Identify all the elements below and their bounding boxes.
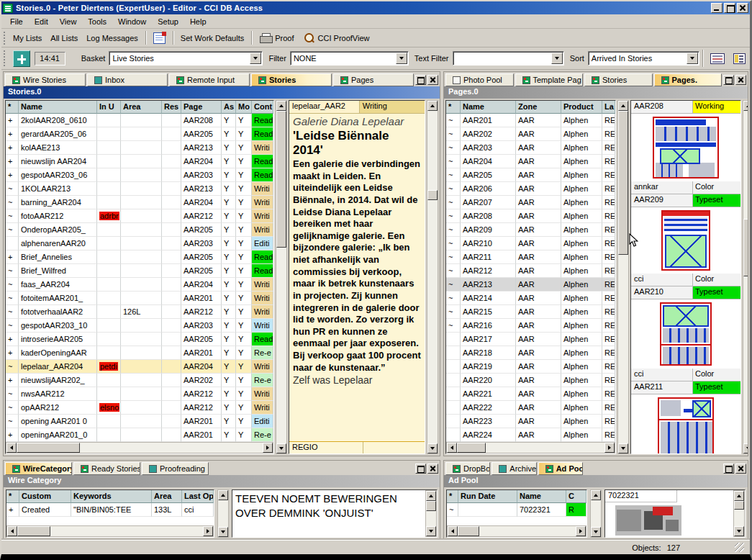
story-row[interactable]: ~ lepelaar_AAR204 petdi AAR204 Y Y Writi <box>6 360 273 374</box>
ad-preview-vscrollbar[interactable] <box>733 490 745 537</box>
scroll-down-icon[interactable] <box>426 526 436 536</box>
page-row[interactable]: AAR219 AAR Alphen RE <box>446 360 615 374</box>
page-row[interactable]: AAR220 AAR Alphen RE <box>446 374 615 387</box>
scroll-left-icon[interactable] <box>7 526 17 536</box>
column-header[interactable]: Res <box>162 101 181 114</box>
story-row[interactable]: ~ Brief_Wilfred AAR205 Y Y Read <box>6 264 273 278</box>
scroll-down-icon[interactable] <box>734 526 744 536</box>
resize-grip[interactable] <box>735 543 744 552</box>
story-row[interactable]: alphenarenAAR20 AAR203 Y Y Editi <box>6 237 273 250</box>
page-row[interactable]: ~ AAR214 AAR Alphen RE <box>446 292 615 305</box>
scroll-down-icon[interactable] <box>618 443 628 453</box>
panel-tab[interactable]: WireCategory <box>5 462 72 475</box>
sort-select[interactable]: Arrived In Stories <box>588 51 699 66</box>
panel-maximize-button[interactable] <box>415 464 426 474</box>
menu-item[interactable]: Setup <box>152 16 184 27</box>
add-button[interactable] <box>13 50 30 67</box>
page-row[interactable]: ~ AAR202 AAR Alphen RE <box>446 127 615 141</box>
thumb-page-image[interactable] <box>631 207 740 274</box>
page-row[interactable]: ~ AAR201 AAR Alphen RE <box>446 114 615 127</box>
column-header[interactable]: Run Date <box>458 490 517 503</box>
story-row[interactable]: ~ fototverhaalAAR2 126L AAR212 Y Y Writi <box>6 305 273 319</box>
story-row[interactable]: + openingAAR201_0 AAR201 Y Y Re-e <box>6 428 273 442</box>
scroll-down-icon[interactable] <box>276 443 286 453</box>
column-header[interactable]: In U <box>97 101 121 114</box>
thumbnail-entry[interactable]: AAR211 Typeset <box>631 381 740 454</box>
story-row[interactable]: ~ fotoitemAAR201_ AAR201 Y Y Writi <box>6 292 273 305</box>
all-lists-button[interactable]: All Lists <box>46 32 82 45</box>
basket-select[interactable]: Live Stories <box>109 51 263 66</box>
scroll-up-icon[interactable] <box>591 490 601 500</box>
thumb-page-image[interactable] <box>631 299 740 369</box>
panel-tab[interactable]: Stories <box>584 73 653 86</box>
page-row[interactable]: AAR223 AAR Alphen RE <box>446 415 615 428</box>
story-row[interactable]: + introserieAAR205 AAR205 Y Y Read <box>6 333 273 346</box>
story-row[interactable]: ~ opAAR212 elsno AAR212 Y Y Writi <box>6 401 273 415</box>
adpool-hscrollbar[interactable] <box>447 525 586 537</box>
wire-story-preview[interactable]: TEEVEN NOEMT BEWERINGEN OVER DEMMINK 'ON… <box>232 489 438 538</box>
scroll-up-icon[interactable] <box>218 490 228 500</box>
scroll-up-icon[interactable] <box>618 101 628 111</box>
menu-item[interactable]: View <box>54 16 83 27</box>
scroll-right-icon[interactable] <box>604 443 615 453</box>
wire-row[interactable]: + Created "BIN/BIN05:TEE 133L cci <box>6 503 214 517</box>
panel-close-button[interactable] <box>427 75 438 85</box>
column-header[interactable]: * <box>6 101 19 114</box>
panel-tab[interactable]: Proofreading <box>142 462 209 475</box>
page-row[interactable]: AAR221 AAR Alphen RE <box>446 387 615 401</box>
toolbar-grip[interactable] <box>3 50 6 67</box>
story-row[interactable]: ~ nwsAAR212 AAR212 Y Y Writi <box>6 387 273 401</box>
scrollbar-thumb[interactable] <box>276 111 286 248</box>
scroll-left-icon[interactable] <box>6 443 17 453</box>
column-header[interactable]: Last Op <box>182 490 214 503</box>
wire-hscrollbar[interactable] <box>6 525 214 537</box>
page-row[interactable]: ~ AAR213 AAR Alphen RE <box>446 278 615 292</box>
column-header[interactable]: Zone <box>516 101 561 114</box>
wire-text-vscrollbar[interactable] <box>425 490 437 537</box>
scroll-up-icon[interactable] <box>427 101 438 111</box>
page-row[interactable]: ~ AAR212 AAR Alphen RE <box>446 264 615 278</box>
thumb-page-image[interactable] <box>631 394 740 454</box>
page-row[interactable]: ~ AAR210 AAR Alphen RE <box>446 237 615 250</box>
panel-maximize-button[interactable] <box>415 75 426 85</box>
scroll-right-icon[interactable] <box>263 443 273 453</box>
scroll-up-icon[interactable] <box>734 491 744 501</box>
thumbnail-entry[interactable]: AAR208 Working annkar Color <box>631 101 740 194</box>
scrollbar-thumb[interactable] <box>734 501 744 510</box>
ad-preview[interactable]: 7022321 <box>604 489 746 538</box>
scroll-up-icon[interactable] <box>426 491 436 501</box>
new-note-button[interactable] <box>149 30 170 46</box>
page-row[interactable]: ~ AAR208 AAR Alphen RE <box>446 209 615 223</box>
scrollbar-thumb[interactable] <box>426 501 436 511</box>
menu-item[interactable]: Tools <box>82 16 112 27</box>
adpool-vscrollbar[interactable] <box>590 489 602 538</box>
close-button[interactable] <box>737 3 748 13</box>
scrollbar-thumb[interactable] <box>17 526 50 536</box>
column-header[interactable]: Mo <box>236 101 252 114</box>
scroll-right-icon[interactable] <box>576 526 586 536</box>
scrollbar-thumb[interactable] <box>427 190 438 200</box>
pages-hscrollbar[interactable] <box>446 442 615 453</box>
story-row[interactable]: ~ faas_AAR204 AAR204 Y Y Writi <box>6 278 273 292</box>
scrollbar-thumb[interactable] <box>618 111 628 255</box>
panel-close-button[interactable] <box>735 464 746 474</box>
scroll-down-icon[interactable] <box>743 443 748 453</box>
scroll-left-icon[interactable] <box>447 443 457 453</box>
page-row[interactable]: AAR218 AAR Alphen RE <box>446 346 615 360</box>
wire-vscrollbar[interactable] <box>217 489 229 538</box>
menu-item[interactable]: File <box>4 16 29 27</box>
story-row[interactable]: + gerardAAR205_06 AAR205 Y Y Read <box>6 127 273 141</box>
stories-hscrollbar[interactable] <box>6 442 273 453</box>
panel-close-button[interactable] <box>735 75 746 85</box>
panel-tab[interactable]: Template Pag <box>515 73 584 86</box>
page-row[interactable]: ~ AAR209 AAR Alphen RE <box>446 223 615 237</box>
story-row[interactable]: + nieuwslijAAR202_ AAR202 Y Y Re-e <box>6 374 273 387</box>
set-work-defaults-button[interactable]: Set Work Defaults <box>176 32 248 45</box>
list-view-button[interactable] <box>706 51 729 66</box>
column-header[interactable]: Custom <box>19 490 71 503</box>
thumbnail-entry[interactable]: AAR210 Typeset cci Color <box>631 286 740 381</box>
page-row[interactable]: AAR224 AAR Alphen RE <box>446 428 615 442</box>
page-row[interactable]: AAR217 AAR Alphen RE <box>446 333 615 346</box>
column-header[interactable]: Product <box>561 101 602 114</box>
story-row[interactable]: ~ fotoAAR212 adrbr AAR212 Y Y Writi <box>6 209 273 223</box>
